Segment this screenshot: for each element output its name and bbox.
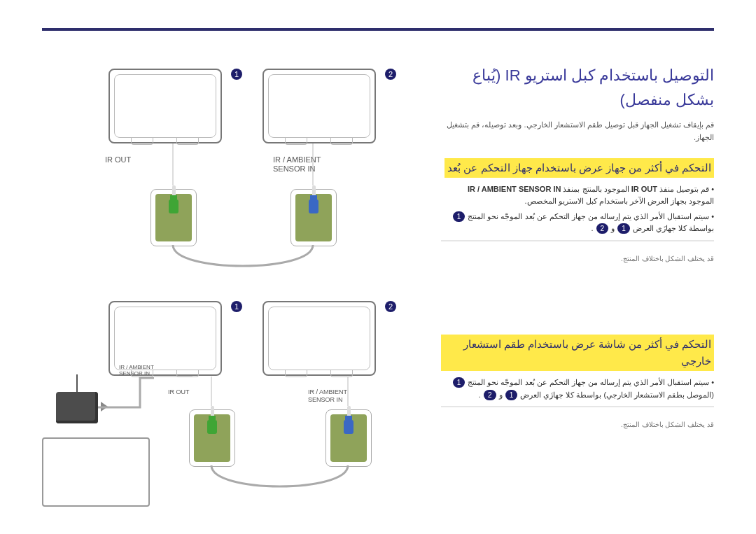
s2b1b: (الموصل بطقم الاستشعار الخارجي) بواسطة ك… (518, 391, 714, 399)
section1-heading: التحكم في أكثر من جهاز عرض باستخدام جهاز… (444, 158, 714, 178)
section1-note: قد يختلف الشكل باختلاف المنتج. (441, 253, 714, 265)
page-top-rule (42, 28, 714, 31)
l2: SENSOR IN (119, 370, 150, 377)
pill-2: 2 (596, 223, 609, 234)
diagram-area: 1 2 IR OUT IR / AMBIENT SENSOR IN 1 (42, 56, 430, 518)
s2b1a: سيتم استقبال الأمر الذي يتم إرساله من جه… (465, 378, 709, 386)
empty-target-rect (42, 437, 150, 507)
arrow-icon (101, 402, 108, 412)
s2b1c: و (497, 391, 503, 399)
label-iramb-row2-small: IR / AMBIENT SENSOR IN (119, 364, 154, 377)
s1b1bold1: IR OUT (631, 183, 657, 196)
s1b2c: و (609, 224, 615, 232)
section2-note: قد يختلف الشكل باختلاف المنتج. (441, 419, 714, 430)
tv-row1-left (108, 69, 222, 143)
pill-1: 1 (453, 211, 465, 222)
external-ir-sensor (56, 392, 98, 423)
main-title: التوصيل باستخدام كبل استريو IR (يُباع بش… (441, 63, 714, 112)
s1b1b: الموجود بالمنتج بمنفذ (561, 185, 629, 193)
pill-1d: 1 (505, 390, 518, 400)
s1b2a: سيتم استقبال الأمر الذي يتم إرساله من جه… (465, 212, 709, 220)
num-1-row2: 1 (231, 301, 242, 312)
num-2-row1: 2 (385, 69, 396, 80)
label-irout-row2: IR OUT (168, 388, 190, 395)
tv-row1-right (262, 69, 376, 143)
section2-b1: • سيتم استقبال الأمر الذي يتم إرساله من … (441, 377, 714, 401)
section1-b2: • سيتم استقبال الأمر الذي يتم إرساله من … (441, 211, 714, 235)
section1-b1: • قم بتوصيل منفذ IR OUT الموجود بالمنتج … (441, 183, 714, 208)
pill-1c: 1 (453, 377, 465, 388)
conn-row1-green (150, 189, 197, 246)
subtitle: قم بإيقاف تشغيل الجهاز قبل توصيل طقم الا… (441, 119, 714, 143)
conn-row2-green (189, 409, 235, 467)
conn-row2-blue (326, 409, 372, 467)
tv-row2-right (262, 301, 376, 376)
note-rule-1 (441, 238, 714, 244)
s2b1d: . (479, 391, 481, 399)
pill-2b: 2 (484, 390, 496, 400)
s1b1bold2: IR / AMBIENT SENSOR IN (468, 183, 561, 196)
s1b1c: الموجود بجهاز العرض الآخر باستخدام كبل ا… (525, 197, 714, 205)
pill-1b: 1 (617, 223, 630, 234)
label-sensorin-row2: SENSOR IN (308, 396, 343, 403)
label-sensorin-row1: SENSOR IN (273, 164, 316, 173)
page-content: التوصيل باستخدام كبل استريو IR (يُباع بش… (42, 42, 714, 520)
s1b2b: بواسطة كلا جهازَي العرض (631, 224, 714, 232)
num-2-row2: 2 (385, 301, 396, 312)
label-iramb-row2-b: IR / AMBIENT (308, 388, 347, 395)
num-1-row1: 1 (231, 69, 242, 80)
note-rule-2 (441, 404, 714, 409)
section2-heading: التحكم في أكثر من شاشة عرض باستخدام طقم … (441, 335, 714, 371)
conn-row1-blue (290, 189, 337, 246)
l1: IR / AMBIENT (119, 364, 154, 370)
s1b2d: . (591, 224, 593, 232)
label-iramb-row1-a: IR / AMBIENT (273, 155, 321, 164)
text-column: التوصيل باستخدام كبل استريو IR (يُباع بش… (441, 63, 714, 430)
s1b1a: قم بتوصيل منفذ (657, 185, 709, 193)
label-irout-row1: IR OUT (105, 155, 131, 164)
